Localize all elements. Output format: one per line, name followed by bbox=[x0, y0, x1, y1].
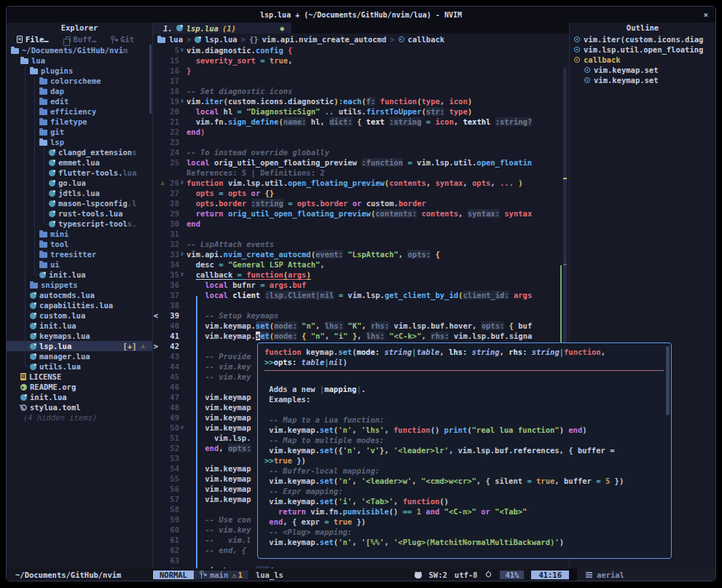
code-line-41[interactable]: 41 vim.keymap.set(mode: { "n", "i" }, lh… bbox=[153, 331, 569, 341]
code-line-31[interactable]: 31 bbox=[153, 229, 569, 239]
code-line-35[interactable]: 35∨ callback = function(args) bbox=[153, 270, 569, 280]
tree-item-flutter-tools-[interactable]: flutter-tools.lua bbox=[7, 168, 152, 178]
code-line-25[interactable]: 25local orig_util_open_floating_preview … bbox=[153, 157, 569, 168]
tree-item-git[interactable]: git bbox=[7, 127, 152, 137]
tree-item-init-lua[interactable]: init.lua bbox=[7, 321, 152, 331]
tree-item-label: go.lua bbox=[58, 179, 86, 187]
tree-guide bbox=[20, 168, 30, 178]
tree-item-tool[interactable]: tool bbox=[7, 239, 152, 249]
tree-item-efficiency[interactable]: efficiency bbox=[7, 106, 152, 117]
tree-item-ui[interactable]: ui bbox=[7, 259, 152, 270]
code-virtual-line[interactable]: References: 5 | Definitions: 2 bbox=[153, 168, 569, 178]
tree-item--4-hidden-items-[interactable]: (4 hidden items) bbox=[7, 412, 152, 423]
tree-item-readme-org[interactable]: README.org bbox=[7, 382, 152, 392]
close-icon[interactable]: × bbox=[703, 7, 708, 23]
tab-buffer[interactable]: Buff… bbox=[58, 34, 103, 45]
tree-item-label: lsp.lua bbox=[39, 342, 71, 350]
code-line-34[interactable]: 34 desc = "General LSP Attach", bbox=[153, 259, 569, 270]
tree-item-rust-tools-lua[interactable]: rust-tools.lua bbox=[7, 208, 152, 219]
tree-item-utils-lua[interactable]: utils.lua bbox=[7, 361, 152, 372]
tree-item-stylua-toml[interactable]: stylua.toml bbox=[7, 402, 152, 412]
tree-item-snippets[interactable]: snippets bbox=[7, 280, 152, 290]
breadcrumb-item[interactable]: vim.api.nvim_create_autocmd bbox=[262, 35, 387, 44]
tree-item-license[interactable]: LICENSE bbox=[7, 372, 152, 382]
code-line-37[interactable]: 37 local client :lsp.Client|nil = vim.ls… bbox=[153, 290, 569, 300]
outline-item[interactable]: vim.iter(custom.icons.diag bbox=[570, 34, 715, 44]
code-line-28[interactable]: 28 opts.border :string = opts.border or … bbox=[153, 198, 569, 208]
tree-item-label: treesitter bbox=[50, 250, 96, 259]
code-line-39[interactable]: <39 -- Setup keymaps bbox=[153, 310, 569, 321]
code-line-16[interactable]: 16} bbox=[153, 66, 569, 76]
code-line-32[interactable]: 32-- LspAttach events bbox=[153, 239, 569, 249]
tree-item-custom-lua[interactable]: custom.lua bbox=[7, 310, 152, 321]
tree-item-label: keymaps.lua bbox=[39, 332, 90, 340]
explorer-scrollbar[interactable] bbox=[149, 44, 152, 114]
code-line-22[interactable]: 22end) bbox=[153, 127, 569, 137]
tab-git[interactable]: Git bbox=[105, 34, 140, 45]
code-line-26[interactable]: ⚠26∨function vim.lsp.util.open_floating_… bbox=[153, 178, 569, 188]
tree-item-edit[interactable]: edit bbox=[7, 96, 152, 106]
tree-item-lsp[interactable]: lsp bbox=[7, 137, 152, 147]
tree-item-label: ui bbox=[50, 260, 60, 269]
tree-item-go-lua[interactable]: go.lua bbox=[7, 178, 152, 188]
code-line-19[interactable]: 19∨vim.iter(custom.icons.diagnostic):eac… bbox=[153, 96, 569, 106]
outline-item[interactable]: vim.keymap.set bbox=[570, 65, 715, 75]
tree-guide bbox=[20, 86, 30, 96]
breadcrumb-item[interactable]: lua bbox=[169, 35, 183, 44]
tree-item-dap[interactable]: dap bbox=[7, 86, 152, 96]
code-line-40[interactable]: 40 vim.keymap.set(mode: "n", lhs: "K", r… bbox=[153, 321, 569, 331]
float-doc-line: -- Buffer-local mapping: bbox=[264, 466, 664, 476]
code-line-30[interactable]: 30end bbox=[153, 219, 569, 229]
tab-file[interactable]: File… bbox=[11, 34, 55, 45]
tree-item-filetype[interactable]: filetype bbox=[7, 117, 152, 127]
code-line-23[interactable]: 23 bbox=[153, 137, 569, 147]
float-scrollbar[interactable] bbox=[666, 346, 670, 415]
tree-item-typescript-tool[interactable]: typescript-tools. bbox=[7, 219, 152, 229]
tree-guide bbox=[20, 270, 30, 280]
code-line-33[interactable]: 33∨vim.api.nvim_create_autocmd(event: "L… bbox=[153, 249, 569, 259]
lua-file-icon bbox=[39, 272, 46, 278]
tree-item-treesitter[interactable]: treesitter bbox=[7, 249, 152, 259]
tree-item-mason-lspconfig[interactable]: mason-lspconfig.l bbox=[7, 198, 152, 208]
tree-item--documents-github-nvi[interactable]: ~/Documents/GitHub/nvim bbox=[7, 45, 152, 55]
tree-item-clangd-extension[interactable]: clangd_extensions bbox=[7, 147, 152, 157]
tree-item-emmet-lua[interactable]: emmet.lua bbox=[7, 157, 152, 168]
tree-item-lua[interactable]: lua bbox=[7, 55, 152, 66]
tree-item-plugins[interactable]: plugins bbox=[7, 66, 152, 76]
code-line-27[interactable]: 27 opts = opts or {} bbox=[153, 188, 569, 198]
code-line-29[interactable]: 29 return orig_util_open_floating_previe… bbox=[153, 208, 569, 219]
buffer-tab-lsp-lua[interactable]: 1. lsp.lua (1) ● bbox=[153, 23, 291, 34]
code-line-15[interactable]: 15 severity_sort = true, bbox=[153, 55, 569, 66]
tree-item-label: emmet.lua bbox=[58, 158, 100, 167]
tree-item-keymaps-lua[interactable]: keymaps.lua bbox=[7, 331, 152, 341]
tree-item-label: flutter-tools. bbox=[58, 168, 123, 177]
code-line-17[interactable]: 17 bbox=[153, 76, 569, 86]
outline-item[interactable]: vim.lsp.util.open_floating bbox=[570, 44, 715, 55]
tree-item-label: lsp bbox=[50, 138, 64, 146]
code-line-5[interactable]: 5∨vim.diagnostic.config { bbox=[153, 45, 569, 55]
outline-item[interactable]: vim.keymap.set bbox=[570, 75, 715, 85]
outline-item[interactable]: callback bbox=[570, 55, 715, 65]
tree-guide bbox=[20, 96, 30, 106]
code-line-36[interactable]: 36 local bufnr = args.buf bbox=[153, 280, 569, 290]
code-line-21[interactable]: 21 vim.fn.sign_define(name: hl, dict: { … bbox=[153, 117, 569, 127]
tree-item-mini[interactable]: mini bbox=[7, 229, 152, 239]
tree-guide bbox=[30, 188, 39, 198]
tree-item-jdtls-lua[interactable]: jdtls.lua bbox=[7, 188, 152, 198]
scrollbar-mark bbox=[563, 264, 567, 265]
code-line-24[interactable]: 24-- To instead override globally bbox=[153, 147, 569, 157]
tree-item-label: typescript-tool bbox=[58, 219, 127, 228]
code-line-20[interactable]: 20 local hl = "DiagnosticSign" .. utils.… bbox=[153, 106, 569, 117]
tree-item-capabilities-lua[interactable]: capabilities.lua bbox=[7, 300, 152, 310]
tree-item-init-lua[interactable]: init.lua bbox=[7, 270, 152, 280]
tree-item-init-lua[interactable]: init.lua bbox=[7, 392, 152, 402]
tree-item-autocmds-lua[interactable]: autocmds.lua bbox=[7, 290, 152, 300]
tree-item-manager-lua[interactable]: manager.lua bbox=[7, 351, 152, 361]
code-line-38[interactable]: 38 bbox=[153, 300, 569, 310]
breadcrumb-item[interactable]: callback bbox=[408, 35, 445, 44]
tree-item-lsp-lua[interactable]: lsp.lua[+]⚠ bbox=[7, 341, 152, 351]
tree-item-label: snippets bbox=[41, 281, 78, 289]
breadcrumb-item[interactable]: lsp.lua bbox=[205, 35, 237, 44]
code-line-18[interactable]: 18-- Set diagnostic icons bbox=[153, 86, 569, 96]
tree-item-colorscheme[interactable]: colorscheme bbox=[7, 76, 152, 86]
